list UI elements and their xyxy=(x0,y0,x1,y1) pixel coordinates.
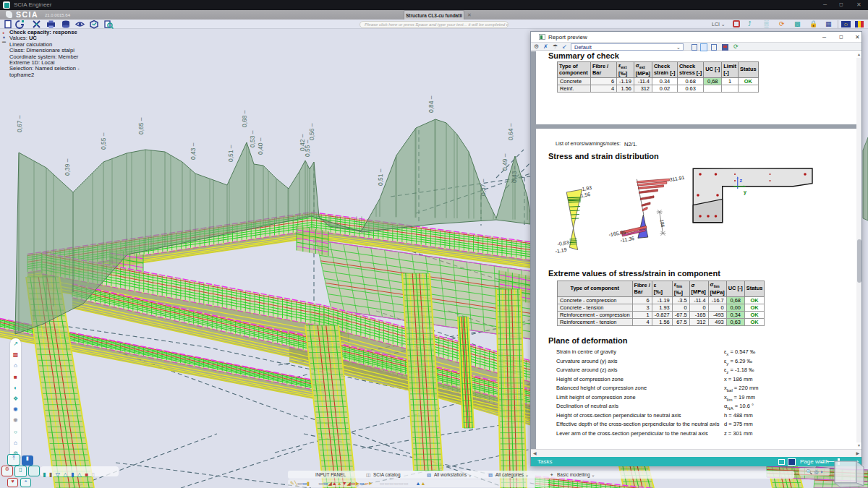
svg-text:0,40 –: 0,40 – xyxy=(257,137,264,155)
svg-text:0,37 –: 0,37 – xyxy=(480,179,487,196)
svg-text:0,65 –: 0,65 – xyxy=(137,117,145,134)
svg-text:0,55 –: 0,55 – xyxy=(304,140,311,157)
svg-text:0,53 –: 0,53 – xyxy=(249,130,256,147)
svg-text:311.91: 311.91 xyxy=(669,175,685,182)
svg-text:0,43 –: 0,43 – xyxy=(190,142,197,160)
svg-text:1,93: 1,93 xyxy=(582,185,592,192)
svg-text:0,43 –: 0,43 – xyxy=(511,166,518,183)
svg-text:1,56: 1,56 xyxy=(580,192,591,198)
svg-text:z: z xyxy=(740,178,743,183)
svg-text:0,51 –: 0,51 – xyxy=(377,168,384,186)
svg-text:-11.36: -11.36 xyxy=(620,236,634,243)
svg-text:0,39 –: 0,39 – xyxy=(64,158,71,176)
svg-text:0,68 –: 0,68 – xyxy=(241,110,248,127)
svg-text:0,67 –: 0,67 – xyxy=(16,115,23,132)
svg-text:0,56 –: 0,56 – xyxy=(308,123,315,140)
svg-text:y: y xyxy=(744,189,746,195)
svg-text:-1,19: -1,19 xyxy=(555,247,567,254)
svg-text:0,64 –: 0,64 – xyxy=(507,123,514,140)
svg-text:0,51 –: 0,51 – xyxy=(227,145,234,162)
svg-text:0,49 –: 0,49 – xyxy=(501,153,509,171)
svg-text:0,55 –: 0,55 – xyxy=(100,132,107,150)
svg-text:186: 186 xyxy=(660,219,666,228)
svg-text:0,84 –: 0,84 – xyxy=(427,95,435,113)
svg-text:-0,83: -0,83 xyxy=(557,240,569,247)
